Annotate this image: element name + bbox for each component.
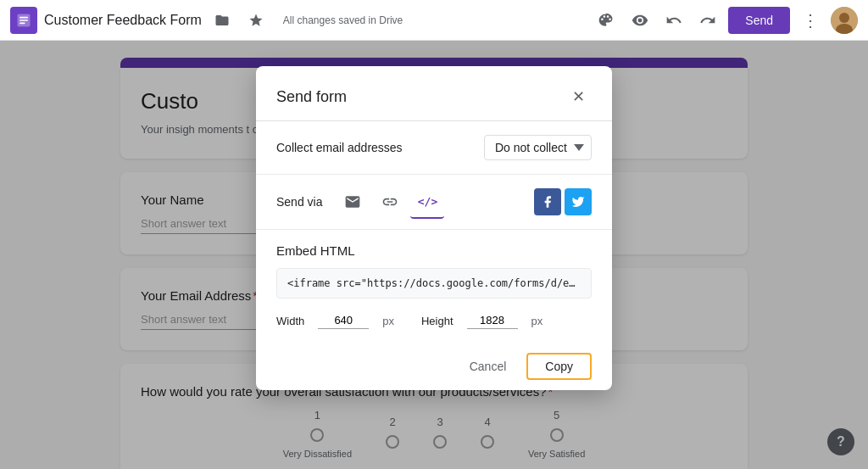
close-button[interactable]: ✕	[565, 83, 592, 110]
palette-icon[interactable]	[593, 7, 620, 34]
toolbar: Customer Feedback Form All changes saved…	[0, 0, 868, 41]
modal-footer: Cancel Copy	[256, 343, 612, 390]
dimensions-row: Width px Height px	[276, 312, 592, 329]
height-label: Height	[421, 315, 453, 327]
send-via-row: Send via </>	[256, 175, 612, 230]
facebook-icon[interactable]	[534, 188, 561, 215]
toolbar-right: Send ⋮	[593, 7, 858, 34]
embed-code-box: <iframe src="https://docs.google.com/for…	[276, 268, 592, 299]
copy-button[interactable]: Copy	[526, 353, 592, 380]
svg-point-5	[839, 13, 849, 23]
width-unit: px	[382, 315, 394, 327]
svg-rect-3	[19, 22, 25, 24]
embed-title: Embed HTML	[276, 243, 592, 258]
collect-email-label: Collect email addresses	[276, 141, 403, 154]
svg-rect-1	[19, 16, 28, 18]
autosave-status: All changes saved in Drive	[283, 14, 403, 26]
width-label: Width	[276, 315, 304, 327]
collect-email-section: Collect email addresses Do not collect	[256, 121, 612, 175]
send-via-tabs: </>	[336, 185, 534, 219]
social-icons	[534, 188, 592, 215]
send-form-modal: Send form ✕ Collect email addresses Do n…	[256, 66, 612, 390]
width-input[interactable]	[318, 312, 369, 329]
link-tab[interactable]	[373, 185, 407, 219]
send-via-label: Send via	[276, 195, 322, 209]
embed-section: Embed HTML <iframe src="https://docs.goo…	[256, 230, 612, 343]
undo-icon[interactable]	[660, 7, 687, 34]
preview-icon[interactable]	[626, 7, 654, 34]
height-input[interactable]	[467, 312, 518, 329]
collect-email-select[interactable]: Do not collect	[484, 135, 592, 160]
modal-backdrop: Send form ✕ Collect email addresses Do n…	[0, 41, 868, 469]
app-icon	[10, 7, 37, 34]
twitter-icon[interactable]	[565, 188, 592, 215]
redo-icon[interactable]	[694, 7, 721, 34]
height-unit: px	[531, 315, 543, 327]
svg-rect-2	[19, 20, 28, 21]
more-options-icon[interactable]: ⋮	[797, 7, 824, 34]
email-tab[interactable]	[336, 185, 370, 219]
doc-title: Customer Feedback Form	[44, 13, 202, 28]
folder-icon[interactable]	[209, 7, 236, 34]
send-button[interactable]: Send	[728, 7, 790, 34]
toolbar-left: Customer Feedback Form All changes saved…	[10, 7, 593, 34]
modal-header: Send form ✕	[256, 66, 612, 121]
embed-tab[interactable]: </>	[410, 185, 444, 219]
avatar	[831, 7, 858, 34]
modal-title: Send form	[276, 88, 347, 106]
star-icon[interactable]	[242, 7, 270, 34]
cancel-button[interactable]: Cancel	[456, 353, 520, 380]
